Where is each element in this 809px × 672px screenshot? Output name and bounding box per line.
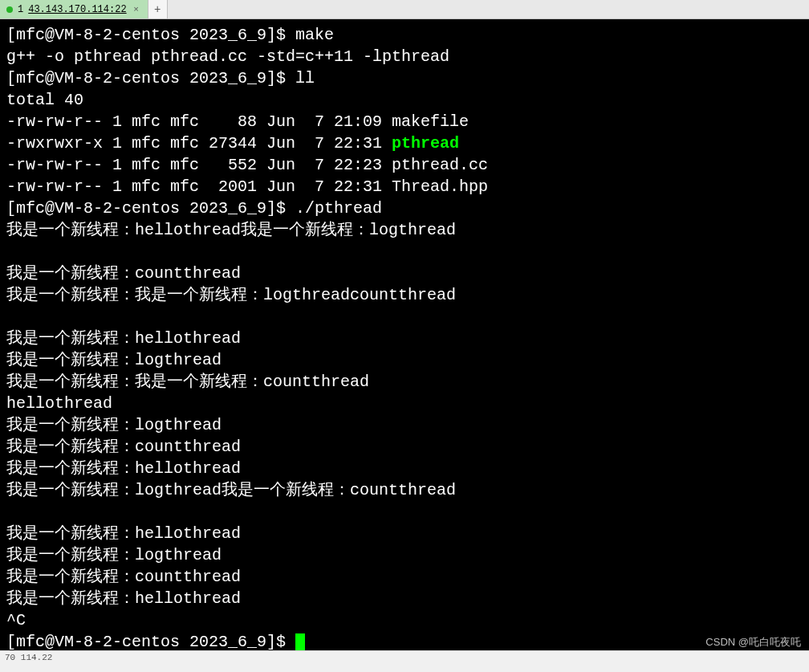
terminal-text: -rw-rw-r-- 1 mfc mfc 88 Jun 7 21:09 make… bbox=[6, 112, 469, 131]
terminal-line: [mfc@VM-8-2-centos 2023_6_9]$ ll bbox=[6, 67, 803, 89]
terminal-line: 我是一个新线程：countthread bbox=[6, 566, 803, 588]
terminal-line: 我是一个新线程：logthread bbox=[6, 414, 803, 436]
terminal-text: -rw-rw-r-- 1 mfc mfc 2001 Jun 7 22:31 Th… bbox=[6, 177, 488, 196]
terminal-line: hellothread bbox=[6, 393, 803, 414]
terminal-text: hellothread bbox=[6, 394, 112, 413]
terminal-line: 我是一个新线程：hellothread bbox=[6, 328, 803, 349]
terminal-text: pthread bbox=[392, 134, 459, 153]
terminal-line: ^C bbox=[6, 609, 803, 631]
terminal-line: 我是一个新线程：hellothread bbox=[6, 588, 803, 609]
terminal-text: 我是一个新线程：hellothread bbox=[6, 459, 241, 478]
tab-bar: 1 43.143.170.114:22 × + bbox=[0, 0, 809, 19]
status-bar: 70 114.22 bbox=[0, 650, 809, 666]
terminal-text: 我是一个新线程：hellothread bbox=[6, 329, 241, 348]
terminal-line: -rw-rw-r-- 1 mfc mfc 552 Jun 7 22:23 pth… bbox=[6, 154, 803, 176]
connection-status-icon bbox=[6, 6, 13, 13]
watermark: CSDN @吒白吒夜吒 bbox=[705, 635, 801, 650]
terminal-line: 我是一个新线程：hellothread我是一个新线程：logthread bbox=[6, 219, 803, 241]
terminal-line: 我是一个新线程：hellothread bbox=[6, 458, 803, 479]
terminal-text: 我是一个新线程：hellothread bbox=[6, 524, 241, 543]
terminal-line: 我是一个新线程：logthread我是一个新线程：countthread bbox=[6, 479, 803, 501]
terminal-line: 我是一个新线程：countthread bbox=[6, 436, 803, 458]
terminal-text: ^C bbox=[6, 611, 26, 629]
terminal-line bbox=[6, 501, 803, 523]
terminal-text: 我是一个新线程：countthread bbox=[6, 264, 241, 283]
terminal-line: 我是一个新线程：countthread bbox=[6, 263, 803, 284]
status-text: 70 114.22 bbox=[5, 653, 52, 662]
tab-index: 1 bbox=[18, 4, 23, 15]
terminal-line: [mfc@VM-8-2-centos 2023_6_9]$ make bbox=[6, 24, 803, 46]
terminal-text: [mfc@VM-8-2-centos 2023_6_9]$ ll bbox=[6, 69, 315, 88]
terminal-text: total 40 bbox=[6, 91, 83, 109]
terminal-line: g++ -o pthread pthread.cc -std=c++11 -lp… bbox=[6, 46, 803, 67]
terminal-text: 我是一个新线程：我是一个新线程：countthread bbox=[6, 373, 369, 391]
terminal-text: 我是一个新线程：countthread bbox=[6, 568, 241, 586]
terminal-text: 我是一个新线程：logthread bbox=[6, 351, 222, 369]
cursor-icon bbox=[295, 633, 305, 650]
terminal-line: 我是一个新线程：hellothread bbox=[6, 523, 803, 544]
terminal-line: 我是一个新线程：logthread bbox=[6, 349, 803, 371]
terminal-text: 我是一个新线程：hellothread我是一个新线程：logthread bbox=[6, 221, 456, 239]
add-tab-button[interactable]: + bbox=[148, 0, 168, 18]
terminal-line: [mfc@VM-8-2-centos 2023_6_9]$ ./pthread bbox=[6, 198, 803, 219]
terminal-line: -rw-rw-r-- 1 mfc mfc 88 Jun 7 21:09 make… bbox=[6, 111, 803, 132]
terminal-line: 我是一个新线程：我是一个新线程：countthread bbox=[6, 371, 803, 393]
terminal-line bbox=[6, 241, 803, 263]
terminal-line: -rwxrwxr-x 1 mfc mfc 27344 Jun 7 22:31 p… bbox=[6, 132, 803, 154]
terminal-text: [mfc@VM-8-2-centos 2023_6_9]$ make bbox=[6, 26, 334, 44]
terminal-text: 我是一个新线程：logthread bbox=[6, 546, 222, 564]
terminal-output[interactable]: [mfc@VM-8-2-centos 2023_6_9]$ makeg++ -o… bbox=[0, 19, 809, 650]
tab-label: 43.143.170.114:22 bbox=[28, 4, 126, 15]
terminal-text: [mfc@VM-8-2-centos 2023_6_9]$ ./pthread bbox=[6, 199, 382, 218]
terminal-line bbox=[6, 306, 803, 328]
terminal-text: 我是一个新线程：hellothread bbox=[6, 589, 241, 608]
terminal-text: 我是一个新线程：countthread bbox=[6, 438, 241, 456]
terminal-line: total 40 bbox=[6, 89, 803, 111]
close-tab-button[interactable]: × bbox=[132, 5, 141, 14]
session-tab[interactable]: 1 43.143.170.114:22 × bbox=[0, 0, 148, 18]
terminal-text: 我是一个新线程：logthread bbox=[6, 416, 222, 434]
terminal-text: g++ -o pthread pthread.cc -std=c++11 -lp… bbox=[6, 47, 449, 66]
terminal-line: [mfc@VM-8-2-centos 2023_6_9]$ bbox=[6, 631, 803, 650]
terminal-text: -rw-rw-r-- 1 mfc mfc 552 Jun 7 22:23 pth… bbox=[6, 156, 488, 174]
terminal-line: 我是一个新线程：logthread bbox=[6, 544, 803, 566]
terminal-text: -rwxrwxr-x 1 mfc mfc 27344 Jun 7 22:31 bbox=[6, 134, 392, 153]
terminal-line: 我是一个新线程：我是一个新线程：logthreadcountthread bbox=[6, 284, 803, 306]
terminal-line: -rw-rw-r-- 1 mfc mfc 2001 Jun 7 22:31 Th… bbox=[6, 176, 803, 198]
terminal-text: 我是一个新线程：我是一个新线程：logthreadcountthread bbox=[6, 286, 456, 304]
terminal-text: [mfc@VM-8-2-centos 2023_6_9]$ bbox=[6, 633, 295, 650]
terminal-text: 我是一个新线程：logthread我是一个新线程：countthread bbox=[6, 481, 456, 499]
